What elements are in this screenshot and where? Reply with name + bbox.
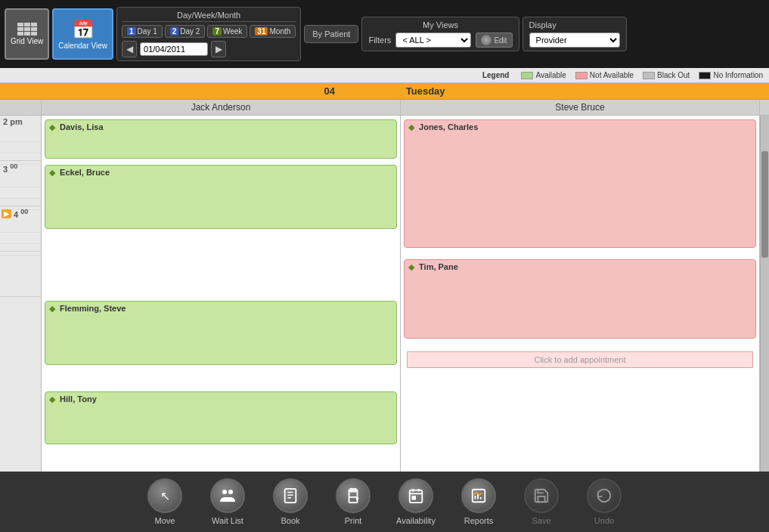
indicator-4: ▶ [2, 209, 11, 218]
top-toolbar: Grid View 📅 Calendar View Day/Week/Month… [0, 0, 769, 68]
scroll-thumb[interactable] [761, 151, 768, 258]
legend-black-out: Black Out [643, 71, 690, 79]
dwm-title: Day/Week/Month [122, 11, 296, 22]
myviews-title: My Views [368, 20, 512, 29]
date-day: Tuesday [406, 85, 445, 97]
appt-tim-pane[interactable]: ◆ Tim, Pane [404, 259, 756, 339]
time-slot-4: ▶ 4 00 [0, 206, 41, 252]
availability-label: Availability [396, 516, 436, 525]
appt-diamond-icon: ◆ [49, 304, 55, 313]
undo-label: Undo [594, 516, 614, 525]
waitlist-button[interactable]: Wait List [200, 478, 256, 525]
appt-patient-name: Hill, Tony [60, 394, 97, 404]
week-button[interactable]: 7 Week [207, 25, 247, 38]
time-slot-2pm: 2 pm [0, 116, 41, 161]
date-navigation: ◀ ▶ [122, 41, 296, 57]
book-label: Book [281, 516, 299, 525]
reports-button[interactable]: Reports [451, 478, 507, 525]
display-select[interactable]: Provider [529, 32, 620, 48]
save-button[interactable]: Save [513, 478, 570, 525]
undo-button[interactable]: Undo [576, 478, 633, 525]
appt-patient-name: Tim, Pane [419, 262, 458, 271]
provider-col-steve[interactable]: ◆ Jones, Charles ◆ Tim, Pane Click to ad… [401, 116, 760, 472]
date-input[interactable] [140, 42, 208, 56]
appt-eckel-bruce[interactable]: ◆ Eckel, Bruce [45, 165, 397, 229]
svg-point-1 [228, 490, 233, 494]
legend-not-available: Not Available [575, 71, 634, 79]
appt-diamond-icon: ◆ [408, 262, 414, 271]
blackout-label: Black Out [657, 71, 690, 79]
appt-jones-charles[interactable]: ◆ Jones, Charles [404, 119, 756, 248]
jack-time-block-2: ◆ Flemming, Steve [42, 297, 400, 388]
save-label: Save [532, 516, 550, 525]
move-label: Move [155, 516, 175, 525]
waitlist-icon [210, 478, 245, 513]
move-button[interactable]: ↖ Move [137, 478, 194, 525]
not-available-color [575, 72, 588, 79]
date-header: 04 Tuesday [0, 83, 769, 100]
not-available-label: Not Available [590, 71, 634, 79]
jack-time-block-1: ◆ Davis, Lisa ◆ Eckel, Bruce [42, 116, 400, 297]
display-label: Display [529, 20, 620, 29]
grid-view-button[interactable]: Grid View [5, 8, 49, 60]
print-button[interactable]: Print [325, 478, 382, 525]
next-date-button[interactable]: ▶ [211, 41, 226, 57]
blackout-color [643, 72, 655, 79]
appt-patient-name: Davis, Lisa [60, 122, 103, 131]
provider-col-jack[interactable]: ◆ Davis, Lisa ◆ Eckel, Bruce ◆ Flemming,… [42, 116, 401, 472]
availability-icon [398, 478, 433, 513]
appt-hill-tony[interactable]: ◆ Hill, Tony [45, 391, 397, 444]
legend-bar: Legend Available Not Available Black Out… [0, 68, 769, 83]
print-label: Print [345, 516, 362, 525]
grid-view-icon [17, 23, 37, 36]
month-icon: 31 [255, 27, 268, 36]
week-icon: 7 [212, 27, 222, 36]
prev-date-button[interactable]: ◀ [122, 41, 137, 57]
day1-button[interactable]: 1 Day 1 [122, 25, 163, 38]
appt-davis-lisa[interactable]: ◆ Davis, Lisa [45, 119, 397, 159]
day2-button[interactable]: 2 Day 2 [165, 25, 206, 38]
by-patient-button[interactable]: By Patient [304, 25, 358, 43]
time-slot-3: 3 00 [0, 161, 41, 206]
dwm-buttons: 1 Day 1 2 Day 2 7 Week 31 Month [122, 25, 296, 38]
appt-patient-name: Eckel, Bruce [60, 168, 110, 177]
schedule-grid[interactable]: 2 pm 3 00 ▶ 4 00 [0, 116, 769, 472]
scroll-track[interactable] [760, 116, 769, 472]
appt-patient-name: Jones, Charles [419, 122, 478, 131]
svg-point-0 [222, 490, 227, 494]
filters-label: Filters [368, 36, 391, 45]
no-info-label: No Information [713, 71, 763, 79]
print-icon [336, 478, 371, 513]
reports-label: Reports [464, 516, 494, 525]
dwm-section: Day/Week/Month 1 Day 1 2 Day 2 7 Week 31… [116, 7, 301, 61]
move-icon: ↖ [147, 478, 182, 513]
filters-row: Filters < ALL > Edit [368, 32, 512, 48]
edit-button[interactable]: Edit [476, 32, 512, 48]
legend-no-info: No Information [699, 71, 763, 79]
grid-view-label: Grid View [11, 37, 43, 45]
time-column: 2 pm 3 00 ▶ 4 00 [0, 116, 42, 472]
display-section: Display Provider [522, 17, 627, 51]
filters-select[interactable]: < ALL > [395, 32, 471, 48]
availability-button[interactable]: Availability [388, 478, 445, 525]
edit-icon [481, 35, 491, 45]
calendar-view-label: Calendar View [58, 42, 107, 50]
appt-diamond-icon: ◆ [49, 394, 55, 404]
time-slot-5 [0, 252, 41, 297]
month-button[interactable]: 31 Month [250, 25, 296, 38]
save-icon [524, 478, 559, 513]
svg-point-8 [357, 498, 358, 500]
legend-available: Available [521, 71, 566, 79]
reports-icon [461, 478, 496, 513]
date-number: 04 [324, 85, 334, 97]
book-button[interactable]: Book [262, 478, 319, 525]
provider-jack: Jack Anderson [42, 100, 401, 115]
appt-diamond-icon: ◆ [49, 122, 55, 131]
svg-rect-13 [412, 496, 415, 500]
click-to-add[interactable]: Click to add appointment [407, 351, 753, 368]
calendar-view-button[interactable]: 📅 Calendar View [52, 8, 113, 60]
appt-diamond-icon: ◆ [408, 122, 414, 131]
no-info-color [699, 72, 711, 79]
provider-steve: Steve Bruce [401, 100, 760, 115]
appt-flemming-steve[interactable]: ◆ Flemming, Steve [45, 301, 397, 365]
